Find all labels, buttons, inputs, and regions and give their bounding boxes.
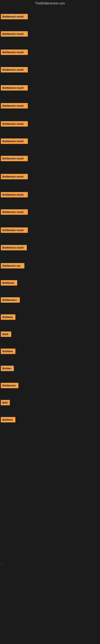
bottleneck-bar[interactable]: Bottleneck result xyxy=(1,103,28,108)
bottleneck-bar[interactable]: Bottleneck result xyxy=(1,14,28,19)
site-title: TheBottlenecker.com xyxy=(0,0,100,8)
result-row: Bottlen xyxy=(0,365,100,373)
bottleneck-bar[interactable]: Bottleneck result xyxy=(1,156,28,161)
result-row: Bottleneck result xyxy=(0,138,100,146)
result-row: Bottleneck res xyxy=(0,262,100,270)
bottleneck-bar[interactable]: Bottleneck result xyxy=(1,67,28,72)
result-row: Bottleneck result xyxy=(0,49,100,57)
bottleneck-bar[interactable]: Bottleneck result xyxy=(1,192,28,198)
result-row: Bott xyxy=(0,399,100,407)
result-row: Bottleneck result xyxy=(0,102,100,110)
result-row: Bottleneck result xyxy=(0,66,100,74)
site-header: TheBottlenecker.com xyxy=(0,0,100,8)
bottleneck-bar[interactable]: Bottlene xyxy=(1,348,15,354)
bottleneck-bar[interactable]: Bottleneck result xyxy=(1,121,28,126)
bottleneck-bar[interactable]: Bottlene xyxy=(1,417,15,422)
small-axis-label: 0 xyxy=(1,563,1,565)
bottleneck-bar[interactable]: Bott xyxy=(1,400,10,405)
result-row: Bottleneck result xyxy=(0,13,100,21)
result-row: Bottleneck result xyxy=(0,191,100,200)
bottleneck-bar[interactable]: Bottleneck result xyxy=(1,50,28,55)
bottleneck-bar[interactable]: Bottleneck r xyxy=(1,297,20,303)
result-row: Bottleneck result xyxy=(0,244,100,252)
bottleneck-bar[interactable]: Bottleneck result xyxy=(1,31,28,37)
result-row: Bottlene xyxy=(0,416,100,424)
bottleneck-bar[interactable]: Bottleneck result xyxy=(1,85,28,90)
result-row: Bottleneck result xyxy=(0,120,100,128)
bottleneck-bar[interactable]: Bottlenec xyxy=(1,280,17,286)
result-row: Bottleneck result xyxy=(0,226,100,235)
result-row: Bottleneck r xyxy=(0,296,100,305)
result-row: Bottleneck result xyxy=(0,155,100,163)
bottleneck-bar[interactable]: Bottleneck result xyxy=(1,174,28,179)
result-row: Bottleneck xyxy=(0,382,100,390)
bottleneck-bar[interactable]: Bottleneck result xyxy=(1,209,28,215)
bottleneck-bar[interactable]: Bottleneck result xyxy=(1,228,28,233)
bottleneck-bar[interactable]: Bottl xyxy=(1,332,11,337)
result-row: Bottleneck result xyxy=(0,173,100,181)
result-row: Bottleneck result xyxy=(0,84,100,92)
result-row: Bottlene xyxy=(0,314,100,322)
bottleneck-bar[interactable]: Bottleneck xyxy=(1,383,18,388)
bottleneck-bar[interactable]: Bottlen xyxy=(1,366,14,371)
bottleneck-bar[interactable]: Bottlene xyxy=(1,314,15,320)
bottleneck-bar[interactable]: Bottleneck res xyxy=(1,263,24,268)
result-row: Bottleneck result xyxy=(0,208,100,217)
bottleneck-bar[interactable]: Bottleneck result xyxy=(1,245,27,250)
result-row: Bottlenec xyxy=(0,279,100,288)
result-row: Bottleneck result xyxy=(0,30,100,39)
result-row: Bottlene xyxy=(0,348,100,356)
bottleneck-bar[interactable]: Bottleneck result xyxy=(1,138,28,144)
result-row: Bottl xyxy=(0,331,100,339)
